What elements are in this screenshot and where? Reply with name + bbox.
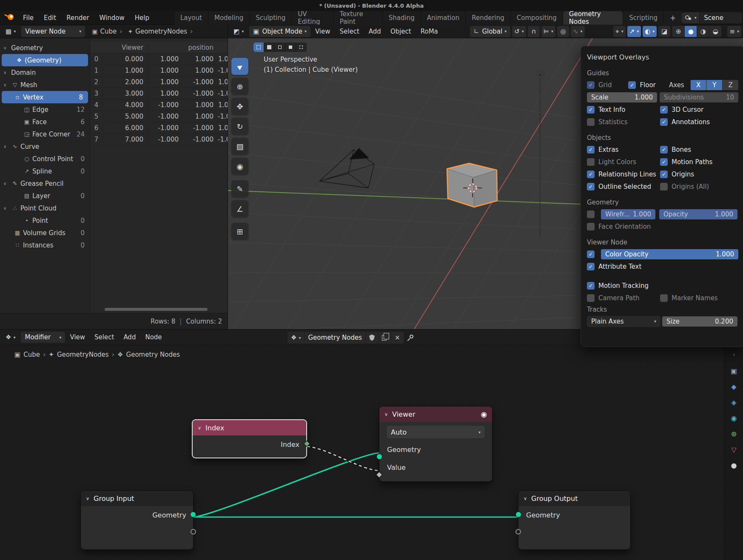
node-viewer[interactable]: ∨ Viewer ◉ Auto▾ Geometry Value [379,406,492,482]
tree-item-mesh[interactable]: ∨ ▽ Mesh [0,79,90,91]
subdivisions-slider[interactable]: Subdivisions10 [660,92,738,102]
menu-window[interactable]: Window [94,11,130,25]
node-group-output-header[interactable]: ∨ Group Output [518,491,630,506]
node-tree-type-select[interactable]: Modifier▾ [21,332,65,343]
track-size-slider[interactable]: Size0.200 [662,316,737,327]
show-gizmo-button[interactable]: ⌖▾ [613,26,625,37]
tool-scale[interactable]: ▧ [231,138,248,155]
tool-rotate[interactable]: ↻ [231,118,248,135]
socket-viewer-geometry[interactable] [376,454,382,460]
viewport-menu-select[interactable]: Select [335,25,364,38]
snap-toggle-button[interactable]: ∩ [528,26,540,37]
table-row[interactable]: 22.0001.000-1.0001.000 [90,77,228,88]
tool-transform[interactable]: ◉ [231,158,248,175]
tree-item-curve[interactable]: ∨ ∿ Curve [0,140,90,153]
shading-solid-button[interactable]: ● [684,26,697,37]
spreadsheet-dataset-select[interactable]: Viewer Node▾ [21,26,85,37]
tree-item-grease-pencil[interactable]: ∨ ✎ Grease Pencil [0,177,90,190]
select-mode-invert-button[interactable] [285,43,296,52]
origins-checkbox[interactable] [660,171,668,178]
light-colors-checkbox[interactable] [587,158,595,166]
add-workspace-button[interactable]: + [663,11,682,25]
camera-path-checkbox[interactable] [587,294,595,302]
outline-selected-checkbox[interactable] [587,183,595,190]
table-row[interactable]: 55.000-1.0001.000-1.000 [90,111,228,122]
tab-modeling[interactable]: Modeling [208,11,249,25]
editor-type-spreadsheet-button[interactable]: ▦▾ [3,26,19,37]
viewport-menu-add[interactable]: Add [364,25,386,38]
select-mode-subtract-button[interactable] [275,43,285,52]
tab-geometry-nodes[interactable]: Geometry Nodes [563,11,623,25]
tool-measure[interactable]: ∠ [231,200,248,217]
fake-user-button[interactable] [366,332,379,344]
pin-icon[interactable] [409,334,414,339]
tree-item-layer[interactable]: ▤ Layer 0 [0,190,90,202]
tree-item-volume-grids[interactable]: ▦ Volume Grids 0 [0,227,90,239]
new-copy-button[interactable] [379,332,391,344]
properties-tab-constraints[interactable]: ⊛ [728,427,740,440]
properties-tab-physics[interactable]: ◉ [728,412,740,424]
tree-item-spline[interactable]: ↗ Spline 0 [0,165,90,177]
editor-type-nodes-button[interactable]: ❖▾ [3,332,18,343]
grid-scale-slider[interactable]: Scale1.000 [587,92,657,102]
table-row[interactable]: 44.000-1.0001.0001.000 [90,99,228,111]
breadcrumb-modifier[interactable]: GeometryNodes [135,28,187,35]
shading-rendered-button[interactable]: ◒ [709,26,721,37]
shading-material-button[interactable]: ◑ [697,26,709,37]
node-menu-select[interactable]: Select [90,330,119,345]
wireframe-slider[interactable]: Wirefr...1.000 [601,209,655,219]
motion-tracking-checkbox[interactable] [587,282,595,290]
proportional-edit-button[interactable]: ◎ [557,26,569,37]
tab-animation[interactable]: Animation [421,11,465,25]
properties-tab-modifiers[interactable]: ◆ [728,380,740,393]
properties-tab-object[interactable]: ▣ [728,364,740,377]
node-index-header[interactable]: ∨ Index [193,420,306,435]
tree-item-face[interactable]: ▣ Face 6 [0,116,90,128]
editor-type-viewport-button[interactable]: ◩▾ [231,26,247,37]
axis-x-button[interactable]: X [690,80,706,90]
tree-section-domain[interactable]: ∨ Domain [0,66,90,79]
properties-tab-material[interactable]: ● [728,459,740,472]
tree-item-face-corner[interactable]: ◲ Face Corner 24 [0,128,90,140]
node-group-output[interactable]: ∨ Group Output Geometry [518,490,631,550]
tool-move[interactable]: ✥ [231,98,248,115]
pivot-point-button[interactable]: ↺▾ [512,26,526,37]
menu-help[interactable]: Help [130,11,154,25]
breadcrumb-tree[interactable]: Geometry Nodes [126,351,180,358]
tool-annotate[interactable]: ✎ [231,180,248,197]
tree-item-edge[interactable]: ◫ Edge 12 [0,103,90,116]
tab-rendering[interactable]: Rendering [465,11,510,25]
annotations-checkbox[interactable] [660,118,668,126]
mode-select[interactable]: ▣ Object Mode▾ [249,26,310,37]
expand-region-icon[interactable]: ‹ [733,351,735,358]
socket-group-output-virtual[interactable] [515,529,521,534]
viewer-domain-select[interactable]: Auto▾ [386,425,485,439]
face-orientation-checkbox[interactable] [587,223,595,230]
marker-names-checkbox[interactable] [660,294,668,302]
color-opacity-checkbox[interactable] [587,250,595,258]
shading-wireframe-button[interactable]: ⊕ [672,26,684,37]
tree-item-control-point[interactable]: ○ Control Point 0 [0,153,90,165]
tab-texture-paint[interactable]: Texture Paint [333,11,382,25]
tree-item-instances[interactable]: ∷ Instances 0 [0,239,90,251]
editor-type-outliner-button[interactable]: ≡▾ [727,26,741,37]
select-mode-extend-button[interactable] [264,43,275,52]
motion-paths-checkbox[interactable] [660,158,668,166]
tab-shading[interactable]: Shading [382,11,421,25]
select-mode-set-button[interactable] [253,43,264,52]
bones-checkbox[interactable] [660,146,668,154]
falloff-button[interactable]: ∿▾ [571,26,585,37]
properties-tab-data[interactable]: ▽ [728,443,740,456]
attribute-text-checkbox[interactable] [587,263,595,270]
menu-render[interactable]: Render [61,11,94,25]
tree-section-geometry[interactable]: ∨ Geometry [0,42,90,54]
table-row[interactable]: 33.0001.000-1.000-1.000 [90,88,228,99]
opacity-slider[interactable]: Opacity1.000 [659,209,737,219]
scene-selector[interactable]: ▾ Scene [682,12,742,23]
node-menu-add[interactable]: Add [119,330,140,345]
socket-group-input-geometry[interactable] [190,512,196,517]
color-opacity-slider[interactable]: Color Opacity1.000 [601,249,738,259]
origins-all-checkbox[interactable] [660,183,668,190]
node-group-input[interactable]: ∨ Group Input Geometry [80,490,194,550]
select-mode-intersect-button[interactable] [296,43,307,52]
